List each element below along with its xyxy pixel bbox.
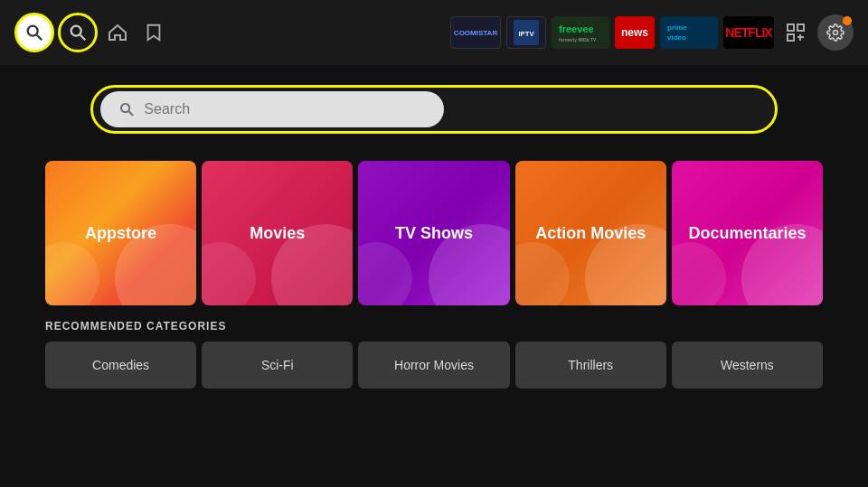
freevee-logo[interactable]: freevee formerly IMDb TV xyxy=(552,16,609,49)
recommended-section: RECOMMENDED CATEGORIES Comedies Sci-Fi H… xyxy=(0,305,868,389)
category-pills: Comedies Sci-Fi Horror Movies Thrillers … xyxy=(45,342,823,389)
netflix-logo[interactable]: NETFLIX xyxy=(723,16,774,49)
svg-rect-12 xyxy=(788,24,794,31)
pill-westerns[interactable]: Westerns xyxy=(672,342,823,389)
svg-text:formerly IMDb TV: formerly IMDb TV xyxy=(559,37,597,42)
tile-appstore[interactable]: Appstore xyxy=(45,161,196,305)
svg-text:prime: prime xyxy=(667,23,687,32)
category-tiles: Appstore Movies TV Shows Action Movies D… xyxy=(0,161,868,305)
tile-tvshows[interactable]: TV Shows xyxy=(358,161,509,305)
app-logos: COOMISTAR IPTV freevee formerly IMDb TV … xyxy=(450,14,854,51)
svg-text:video: video xyxy=(667,33,686,42)
svg-rect-9 xyxy=(662,18,716,47)
search-icon-outlined[interactable] xyxy=(58,13,98,52)
bookmark-icon[interactable] xyxy=(137,16,170,49)
recommended-title: RECOMMENDED CATEGORIES xyxy=(45,320,823,332)
iptv-logo[interactable]: IPTV xyxy=(506,16,546,49)
svg-point-17 xyxy=(834,31,838,35)
pill-horror[interactable]: Horror Movies xyxy=(358,342,509,389)
svg-rect-14 xyxy=(788,34,794,41)
pill-scifi[interactable]: Sci-Fi xyxy=(202,342,353,389)
svg-point-0 xyxy=(28,26,38,36)
tile-action-label: Action Movies xyxy=(535,224,646,243)
search-input[interactable] xyxy=(144,101,426,117)
svg-rect-13 xyxy=(797,24,804,31)
tile-documentaries-label: Documentaries xyxy=(688,224,806,243)
svg-text:IPTV: IPTV xyxy=(518,30,534,38)
search-bar[interactable] xyxy=(100,91,444,127)
home-icon[interactable] xyxy=(101,16,134,49)
tile-documentaries[interactable]: Documentaries xyxy=(672,161,823,305)
nav-left-icons xyxy=(14,13,170,52)
primevideo-logo[interactable]: prime video xyxy=(660,16,718,49)
svg-line-1 xyxy=(37,35,42,41)
tile-action-movies[interactable]: Action Movies xyxy=(515,161,666,305)
tile-appstore-label: Appstore xyxy=(85,224,156,243)
tile-tvshows-label: TV Shows xyxy=(395,224,473,243)
settings-button[interactable] xyxy=(817,14,854,51)
svg-line-19 xyxy=(128,111,133,116)
news-logo[interactable]: news xyxy=(615,16,655,49)
pill-comedies[interactable]: Comedies xyxy=(45,342,196,389)
top-navigation: COOMISTAR IPTV freevee formerly IMDb TV … xyxy=(0,0,868,65)
svg-text:freevee: freevee xyxy=(559,23,594,34)
search-section xyxy=(0,65,868,154)
tile-movies[interactable]: Movies xyxy=(202,161,353,305)
grid-icon[interactable] xyxy=(779,16,812,49)
svg-point-2 xyxy=(71,26,81,36)
search-bar-icon xyxy=(118,100,135,118)
notification-badge xyxy=(843,16,852,25)
search-circle-button[interactable] xyxy=(14,13,54,52)
search-bar-container xyxy=(90,85,778,134)
coomistar-logo[interactable]: COOMISTAR xyxy=(450,16,501,49)
svg-point-18 xyxy=(121,104,129,112)
svg-line-3 xyxy=(80,35,86,41)
tile-movies-label: Movies xyxy=(250,224,305,243)
pill-thrillers[interactable]: Thrillers xyxy=(515,342,666,389)
